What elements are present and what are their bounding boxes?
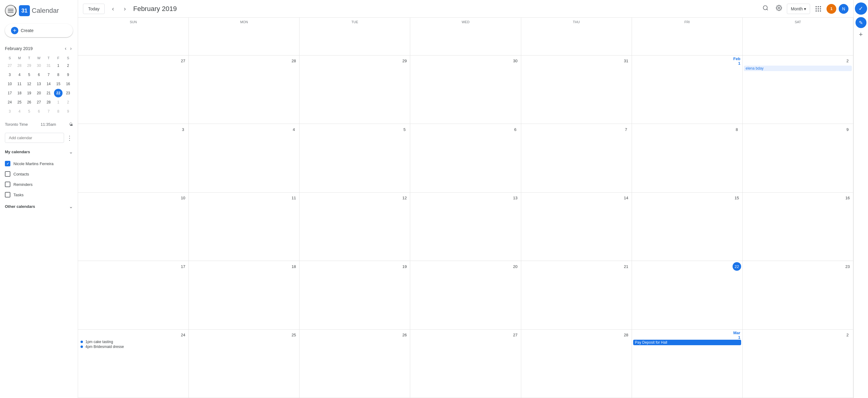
mini-cal-day[interactable]: 23 [64,89,72,97]
my-calendars-section[interactable]: My calendars ⌄ [5,146,73,157]
day-cell-feb23[interactable]: 23 [743,261,854,330]
mini-cal-day-today[interactable]: 22 [54,89,63,97]
right-panel-icon-1[interactable]: ✓ [855,2,867,15]
today-button[interactable]: Today [83,4,104,14]
day-cell-feb17[interactable]: 17 [78,261,189,330]
mini-cal-day[interactable]: 1 [54,61,63,70]
day-cell-feb5[interactable]: 5 [300,124,410,193]
mini-cal-prev-button[interactable]: ‹ [63,45,67,53]
day-cell-feb11[interactable]: 11 [189,193,300,261]
day-cell-feb13[interactable]: 13 [410,193,521,261]
day-cell-mar2[interactable]: 2 [743,330,854,398]
avatar-button[interactable]: N [839,4,848,14]
day-cell-feb16[interactable]: 16 [743,193,854,261]
day-cell-feb7[interactable]: 7 [521,124,632,193]
create-button[interactable]: + Create [5,24,73,37]
day-cell-feb26[interactable]: 26 [300,330,410,398]
mini-cal-day[interactable]: 5 [25,70,34,79]
mini-cal-day[interactable]: 3 [5,70,14,79]
day-cell-feb3[interactable]: 3 [78,124,189,193]
mini-cal-day[interactable]: 8 [54,70,63,79]
calendar-item-contacts[interactable]: Contacts [5,170,73,178]
mini-cal-day[interactable]: 19 [25,89,34,97]
mini-cal-day[interactable]: 28 [44,98,53,107]
other-calendars-section[interactable]: Other calendars ⌄ [5,201,73,212]
mini-cal-next-button[interactable]: › [69,45,73,53]
day-cell-feb10[interactable]: 10 [78,193,189,261]
mini-cal-day[interactable]: 13 [34,80,43,88]
mini-cal-day[interactable]: 17 [5,89,14,97]
day-cell-feb6[interactable]: 6 [410,124,521,193]
add-calendar-input[interactable] [5,133,64,143]
right-panel-icon-2[interactable]: ✎ [856,17,866,28]
mini-cal-day[interactable]: 27 [5,61,14,70]
mini-cal-day[interactable]: 5 [25,107,34,116]
event-cake-tasting[interactable]: 1pm cake tasting [79,339,187,344]
mini-cal-day[interactable]: 3 [5,107,14,116]
settings-button[interactable] [773,2,784,15]
mini-cal-day[interactable]: 9 [64,70,72,79]
mini-cal-day[interactable]: 31 [44,61,53,70]
day-cell-feb20[interactable]: 20 [410,261,521,330]
mini-cal-day[interactable]: 28 [15,61,24,70]
day-cell-jan29[interactable]: 29 [300,56,410,124]
calendar-item-reminders[interactable]: Reminders [5,180,73,188]
mini-cal-day[interactable]: 25 [15,98,24,107]
mini-cal-day[interactable]: 18 [15,89,24,97]
mini-cal-day[interactable]: 24 [5,98,14,107]
day-cell-feb22[interactable]: 22 [632,261,743,330]
next-month-button[interactable]: › [121,3,128,15]
day-cell-feb27[interactable]: 27 [410,330,521,398]
day-cell-jan27[interactable]: 27 [78,56,189,124]
day-cell-mar1[interactable]: Mar 1 Pay Deposit for Hall [632,330,743,398]
day-cell-jan28[interactable]: 28 [189,56,300,124]
mini-cal-day[interactable]: 6 [34,107,43,116]
day-cell-feb19[interactable]: 19 [300,261,410,330]
calendar-checkbox-reminders[interactable] [5,181,10,187]
search-button[interactable] [760,2,771,15]
calendar-checkbox-contacts[interactable] [5,171,10,177]
calendar-checkbox-nicole[interactable] [5,161,10,166]
view-selector[interactable]: Month ▾ [787,4,810,14]
day-cell-feb14[interactable]: 14 [521,193,632,261]
event-pay-deposit[interactable]: Pay Deposit for Hall [633,340,741,345]
mini-cal-day[interactable]: 16 [64,80,72,88]
mini-cal-day[interactable]: 10 [5,80,14,88]
mini-cal-day[interactable]: 1 [54,98,63,107]
notification-button[interactable]: 1 [827,4,836,14]
mini-cal-day[interactable]: 30 [34,61,43,70]
mini-cal-day[interactable]: 7 [44,107,53,116]
hamburger-button[interactable] [5,5,17,17]
day-cell-feb18[interactable]: 18 [189,261,300,330]
mini-cal-day[interactable]: 6 [34,70,43,79]
day-cell-feb15[interactable]: 15 [632,193,743,261]
day-cell-feb1[interactable]: Feb 1 [632,56,743,124]
mini-cal-day[interactable]: 4 [15,107,24,116]
day-cell-feb21[interactable]: 21 [521,261,632,330]
mini-cal-day[interactable]: 12 [25,80,34,88]
day-cell-feb9[interactable]: 9 [743,124,854,193]
mini-cal-day[interactable]: 20 [34,89,43,97]
day-cell-feb8[interactable]: 8 [632,124,743,193]
day-cell-feb12[interactable]: 12 [300,193,410,261]
mini-cal-day[interactable]: 7 [44,70,53,79]
mini-cal-day[interactable]: 2 [64,98,72,107]
right-panel-add-button[interactable]: + [859,30,863,38]
day-cell-feb28[interactable]: 28 [521,330,632,398]
apps-button[interactable] [812,3,824,15]
mini-cal-day[interactable]: 2 [64,61,72,70]
mini-cal-day[interactable]: 27 [34,98,43,107]
day-cell-feb24[interactable]: 24 1pm cake tasting 4pm Bridesmaid dress… [78,330,189,398]
add-calendar-more-button[interactable]: ⋮ [65,133,74,143]
mini-cal-day[interactable]: 9 [64,107,72,116]
calendar-checkbox-tasks[interactable] [5,192,10,197]
day-cell-jan31[interactable]: 31 [521,56,632,124]
mini-cal-day[interactable]: 15 [54,80,63,88]
mini-cal-day[interactable]: 21 [44,89,53,97]
mini-cal-day[interactable]: 29 [25,61,34,70]
calendar-item-nicole[interactable]: Nicole Martins Ferreira [5,160,73,168]
day-cell-jan30[interactable]: 30 [410,56,521,124]
mini-cal-day[interactable]: 14 [44,80,53,88]
prev-month-button[interactable]: ‹ [110,3,117,15]
event-bridesmaid[interactable]: 4pm Bridesmaid dresse [79,344,187,349]
